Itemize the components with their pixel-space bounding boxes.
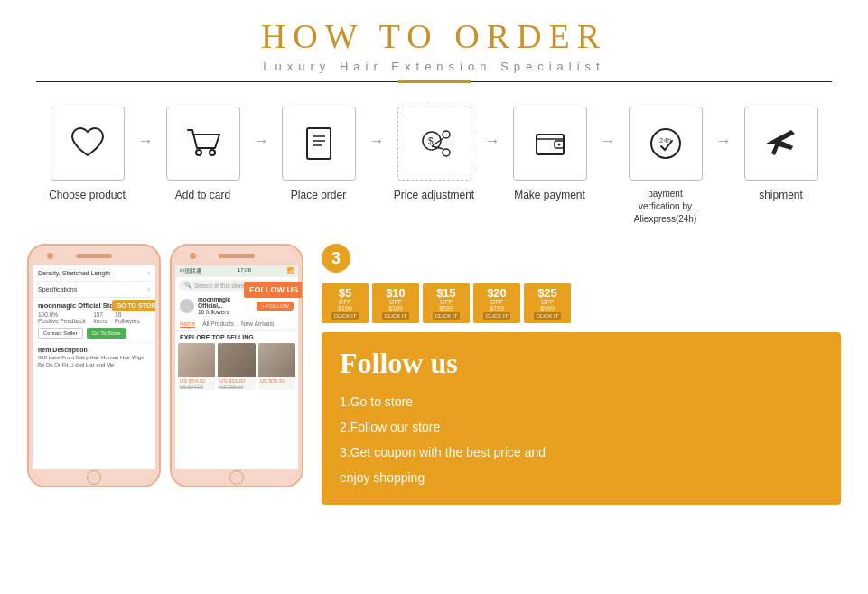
phone2-top-bar xyxy=(172,246,302,265)
step-label-verification: payment verfication by Aliexpress(24h) xyxy=(634,188,696,226)
phones-area: Density, Stretched Length › Specificatio… xyxy=(27,244,303,505)
phone2-products: US $54.52 US $94.00 US $51.62 US $89.00 … xyxy=(175,343,298,390)
phone2-home-btn xyxy=(229,470,244,485)
step-price-adjustment: $ Price adjustment xyxy=(385,107,484,203)
arrow-5: → xyxy=(600,107,616,151)
phone1-store-stats: 100.0% Positive Feedback 157 Items 16 Fo… xyxy=(38,311,150,324)
search-icon: 🔍 xyxy=(184,282,191,289)
phone2-nav-products[interactable]: All Products xyxy=(202,320,234,328)
coupon-5[interactable]: $5 OFF $199 CLICK IT xyxy=(322,283,369,323)
phone-mockup-2: 中国联通 17:06 📶 🔍 Search in this store moon… xyxy=(170,244,303,487)
phone1-home-btn xyxy=(87,470,101,485)
phone1-row-density: Density, Stretched Length › xyxy=(33,265,155,282)
coupon-10[interactable]: $10 OFF $399 CLICK IT xyxy=(372,283,419,323)
phone2-status-bar: 中国联通 17:06 📶 xyxy=(175,265,298,277)
phone1-store-section: moonmagic Official Stor 100.0% Positive … xyxy=(33,298,155,342)
step-icon-clock: 24h xyxy=(629,107,703,181)
phone1-buttons: Contact Seller Go To Store xyxy=(38,328,150,339)
follow-list: 1.Go to store 2.Follow our store 3.Get c… xyxy=(340,389,823,490)
coupon-20[interactable]: $20 OFF $759 CLICK IT xyxy=(473,283,520,323)
follow-us-banner: FOLLOW US xyxy=(244,282,303,298)
phone2-nav-new[interactable]: New Arrivals xyxy=(241,320,274,328)
arrow-6: → xyxy=(715,107,732,151)
go-to-store-btn[interactable]: Go To Store xyxy=(87,328,126,339)
step-icon-airplane xyxy=(744,107,818,181)
phone-mockup-1: Density, Stretched Length › Specificatio… xyxy=(27,244,161,487)
svg-point-0 xyxy=(196,150,201,155)
phone1-top-bar xyxy=(29,246,159,265)
follow-title: Follow us xyxy=(340,347,823,380)
bottom-section: Density, Stretched Length › Specificatio… xyxy=(0,244,868,505)
coupon-15[interactable]: $15 OFF $599 CLICK IT xyxy=(423,283,470,323)
step-icon-cart xyxy=(166,107,240,181)
phone2-camera xyxy=(190,253,196,259)
page-subtitle: Luxury Hair Extension Specialist xyxy=(0,60,868,73)
step-label-shipment: shipment xyxy=(759,188,803,203)
phone2-store-info: moonmagic Official... 16 followers xyxy=(198,296,253,315)
page-title: HOW TO ORDER xyxy=(0,16,868,56)
phone2-nav: Home All Products New Arrivals xyxy=(175,318,298,331)
svg-point-1 xyxy=(210,150,215,155)
step-icon-price: $ xyxy=(397,107,471,181)
step-icon-wallet xyxy=(513,107,587,181)
header-divider xyxy=(36,80,832,83)
phone1-speaker xyxy=(76,254,112,258)
step-make-payment: Make payment xyxy=(500,107,600,203)
arrow-4: → xyxy=(484,107,500,151)
svg-line-10 xyxy=(432,138,443,146)
step-label-card: Add to card xyxy=(175,188,230,203)
phone1-screen: Density, Stretched Length › Specificatio… xyxy=(33,265,155,469)
phone2-store-avatar xyxy=(180,299,194,313)
page-header: HOW TO ORDER Luxury Hair Extension Speci… xyxy=(0,0,868,90)
contact-seller-btn[interactable]: Contact Seller xyxy=(38,328,83,339)
right-panel: 3 $5 OFF $199 CLICK IT $10 OFF $399 CLIC… xyxy=(322,244,841,505)
steps-row: Choose product → Add to card → Place ord… xyxy=(0,90,868,235)
step-shipment: shipment xyxy=(732,107,831,203)
follow-step-1: 1.Go to store xyxy=(340,389,823,414)
arrow-1: → xyxy=(137,107,154,151)
coupon-25[interactable]: $25 OFF $999 CLICK IT xyxy=(524,283,571,323)
section3-header: 3 xyxy=(322,244,841,273)
step-place-order: Place order xyxy=(269,107,369,203)
p2-product-2: US $51.62 US $89.00 xyxy=(218,343,255,390)
phone2-follow-btn[interactable]: + FOLLOW xyxy=(257,302,294,311)
coupon-row: $5 OFF $199 CLICK IT $10 OFF $399 CLICK … xyxy=(322,283,841,323)
p2-product-1: US $54.52 US $94.00 xyxy=(178,343,215,390)
step-icon-document xyxy=(282,107,356,181)
step-payment-verification: 24h payment verfication by Aliexpress(24… xyxy=(616,107,715,226)
arrow-2: → xyxy=(253,107,269,151)
follow-step-2: 2.Follow our store xyxy=(340,414,823,440)
step-label-price: Price adjustment xyxy=(394,188,474,203)
step-add-to-card: Add to card xyxy=(154,107,253,203)
svg-point-8 xyxy=(443,131,450,138)
svg-point-9 xyxy=(443,149,450,156)
step-icon-heart xyxy=(51,107,125,181)
phone2-speaker xyxy=(219,254,255,258)
phone2-explore-label: EXPLORE TOP SELLING xyxy=(175,331,298,343)
follow-step-3: 3.Get coupon with the best price and enj… xyxy=(340,440,823,490)
phone2-bottom-bar xyxy=(172,469,302,486)
step-label-choose: Choose product xyxy=(49,188,126,203)
phone1-bottom-bar xyxy=(29,469,159,486)
phone2-nav-home[interactable]: Home xyxy=(180,320,195,328)
step-label-payment: Make payment xyxy=(514,188,585,203)
phone1-camera xyxy=(47,253,53,259)
phone1-item-desc: Item Description 360 Lace Front Baby Hai… xyxy=(33,342,155,373)
step3-badge: 3 xyxy=(322,244,350,273)
step-label-order: Place order xyxy=(291,188,346,203)
phone1-row-specs: Specifications › xyxy=(33,282,155,298)
step-choose-product: Choose product xyxy=(38,107,137,203)
follow-box: Follow us 1.Go to store 2.Follow our sto… xyxy=(322,332,841,505)
p2-product-3: US $76.56 xyxy=(258,343,295,390)
svg-point-14 xyxy=(557,144,560,146)
svg-rect-2 xyxy=(307,128,331,159)
go-to-store-badge[interactable]: GO TO STORE xyxy=(112,300,155,311)
arrow-3: → xyxy=(369,107,385,151)
